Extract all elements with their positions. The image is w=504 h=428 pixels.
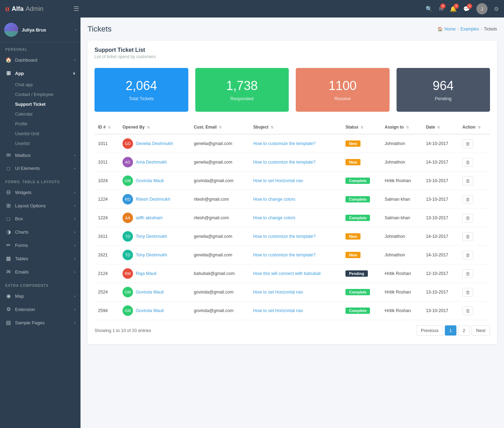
sidebar-item-extension[interactable]: ⚙ Extension ›: [0, 303, 80, 316]
col-subject[interactable]: Sbuject ⇅: [250, 120, 342, 134]
stat-responded-label: Responded: [202, 96, 282, 101]
sidebar-item-userlist-grid[interactable]: Userlist Grid: [15, 129, 80, 139]
sidebar-item-profile[interactable]: Profile: [15, 119, 80, 129]
col-assign-to[interactable]: Assign to ⇅: [381, 120, 422, 134]
cell-subject: How to change colors: [250, 190, 342, 209]
sidebar-item-mailbox[interactable]: ✉ Mailbox ›: [0, 149, 80, 162]
user-avatar-small: RD: [122, 194, 133, 205]
subject-link[interactable]: How to customize the template?: [253, 141, 316, 146]
cell-date: 14-10-2017: [422, 227, 459, 246]
email-icon[interactable]: ✉ 9: [439, 6, 443, 12]
user-name-link[interactable]: Ritesh Deshmukh: [136, 197, 170, 202]
sidebar-item-widgets[interactable]: ⊟ Widgets ›: [0, 186, 80, 199]
user-name-link[interactable]: adfh abraham: [136, 215, 163, 220]
chevron-right-icon: ›: [74, 308, 75, 311]
user-name-link[interactable]: Ama Deshmukh: [136, 160, 167, 165]
user-name-link[interactable]: Govinda Mauli: [136, 178, 164, 183]
stat-boxes: 2,064 Total Tickets 1,738 Responded 1100…: [94, 68, 490, 112]
sidebar-item-forms[interactable]: ✏ Forms ›: [0, 239, 80, 252]
bell-icon[interactable]: 🔔 9: [450, 6, 457, 12]
user-avatar[interactable]: J: [476, 3, 488, 14]
cell-subject: How to customize the template?: [250, 134, 342, 153]
sidebar-user[interactable]: Juliya Brus ›: [0, 18, 80, 42]
sidebar-item-charts[interactable]: ◑ Charts ›: [0, 225, 80, 239]
breadcrumb-examples[interactable]: Examples: [461, 27, 479, 32]
page-2-button[interactable]: 2: [458, 325, 470, 336]
col-id[interactable]: ID # ⇅: [94, 120, 119, 134]
sidebar-item-contact-employee[interactable]: Contact / Employee: [15, 90, 80, 99]
chat-badge: 9: [467, 4, 472, 9]
sidebar-item-layout-options[interactable]: ⊞ Layout Options ›: [0, 199, 80, 212]
delete-button[interactable]: 🗑: [462, 139, 473, 148]
subject-link[interactable]: How to customize the template?: [253, 234, 316, 239]
main-content: Tickets 🏠 Home › Examples › Tickets Supp…: [80, 18, 504, 428]
sidebar-item-chat-app[interactable]: Chat app: [15, 80, 80, 90]
cell-email: govinda@gmail.com: [190, 302, 250, 320]
col-action[interactable]: Action ⇅: [459, 120, 490, 134]
delete-button[interactable]: 🗑: [462, 306, 473, 315]
chat-icon[interactable]: 💬 9: [463, 6, 470, 12]
user-name-link[interactable]: Raja Mauli: [136, 271, 156, 276]
sidebar-item-label: Layout Options: [15, 203, 46, 208]
sort-icon: ⇅: [406, 125, 409, 129]
sort-icon: ⇅: [437, 125, 440, 129]
cell-action: 🗑: [459, 209, 490, 227]
cell-date: 13-10-2017: [422, 302, 459, 320]
delete-button[interactable]: 🗑: [462, 269, 473, 278]
user-avatar-small: TD: [122, 250, 133, 260]
delete-button[interactable]: 🗑: [462, 177, 473, 185]
col-date[interactable]: Date ⇅: [422, 120, 459, 134]
subject-link[interactable]: How to set Horizontal nav: [253, 178, 303, 183]
subject-link[interactable]: How this will connect with bahubali: [253, 271, 321, 276]
delete-button[interactable]: 🗑: [462, 288, 473, 297]
user-name-link[interactable]: Govinda Mauli: [136, 308, 164, 313]
breadcrumb-sep2: ›: [481, 27, 482, 32]
next-button[interactable]: Next: [471, 325, 490, 336]
col-opened-by[interactable]: Opened By ⇅: [119, 120, 190, 134]
delete-button[interactable]: 🗑: [462, 214, 473, 222]
sidebar-item-map[interactable]: ◉ Map ›: [0, 289, 80, 303]
stat-pending: 964 Pending: [397, 68, 490, 112]
delete-button[interactable]: 🗑: [462, 158, 473, 167]
cell-id: 1024: [94, 172, 119, 190]
col-email[interactable]: Cust. Email ⇅: [190, 120, 250, 134]
cell-subject: How to set Horizontal nav: [250, 302, 342, 320]
sidebar-item-label: App: [15, 71, 24, 76]
sidebar-item-emails[interactable]: ✉ Emails ›: [0, 265, 80, 278]
sidebar-item-ui-elements[interactable]: □ UI Elements ›: [0, 162, 80, 175]
sidebar-item-dashboard[interactable]: 🏠 Dashboard ›: [0, 53, 80, 67]
pagination-info: Showing 1 to 10 of 20 entries: [94, 328, 151, 333]
sidebar-item-sample-pages[interactable]: ▤ Sample Pages ›: [0, 316, 80, 329]
sidebar-item-calendar[interactable]: Calendar: [15, 109, 80, 119]
sidebar-item-support-ticket[interactable]: Support Ticket: [15, 99, 80, 109]
user-name-link[interactable]: Genelia Deshmukh: [136, 141, 173, 146]
subject-link[interactable]: How to customize the template?: [253, 253, 316, 257]
sidebar-item-tables[interactable]: ▦ Tables ›: [0, 252, 80, 265]
sidebar-item-app[interactable]: ⊞ App ∨: [0, 67, 80, 80]
delete-button[interactable]: 🗑: [462, 232, 473, 241]
user-name-link[interactable]: Govinda Mauli: [136, 290, 164, 295]
subject-link[interactable]: How to change colors: [253, 197, 295, 202]
delete-button[interactable]: 🗑: [462, 195, 473, 204]
table-row: 1024 GM Govinda Mauli govinda@gmail.com …: [94, 172, 490, 190]
page-1-button[interactable]: 1: [445, 325, 456, 336]
prev-button[interactable]: Previous: [416, 325, 443, 336]
user-name-link[interactable]: Tony Deshmukh: [136, 234, 167, 239]
user-name-link[interactable]: Tony Deshmukh: [136, 253, 167, 257]
settings-icon[interactable]: ⚙: [494, 6, 499, 12]
subject-link[interactable]: How to set Horizontal nav: [253, 290, 303, 295]
user-avatar-small: GD: [122, 138, 133, 149]
table-row: 1011 GD Genelia Deshmukh genelia@gmail.c…: [94, 134, 490, 153]
subject-link[interactable]: How to set Horizontal nav: [253, 308, 303, 313]
subject-link[interactable]: How to change colors: [253, 215, 295, 220]
hamburger-button[interactable]: ☰: [74, 5, 79, 13]
sidebar-item-box[interactable]: □ Box ›: [0, 212, 80, 225]
sidebar-item-userlist[interactable]: Userlist: [15, 139, 80, 149]
delete-button[interactable]: 🗑: [462, 251, 473, 260]
search-icon[interactable]: 🔍: [426, 6, 433, 12]
subject-link[interactable]: How to customize the template?: [253, 160, 316, 165]
sidebar-user-chevron[interactable]: ›: [75, 28, 76, 32]
col-status[interactable]: Status ⇅: [342, 120, 381, 134]
breadcrumb-home[interactable]: Home: [444, 27, 456, 32]
cell-opened-by: AA adfh abraham: [119, 209, 190, 227]
